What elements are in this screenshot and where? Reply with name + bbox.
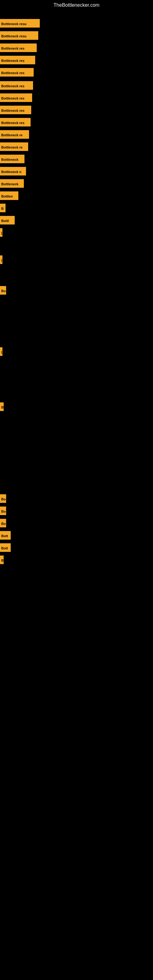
bar-row: Bottleneck n [0,167,26,175]
bar-row: Bo [0,519,6,527]
bar-label: Bottleneck res [0,118,30,126]
bar-label: B [0,402,4,411]
bar-row: B [0,204,5,212]
bar-label: Bottleneck [0,179,24,188]
bar-label: | [0,255,2,264]
bar-label: Bott [0,531,11,539]
bar-row: Bottl [0,216,15,224]
bar-row: Bottleneck resu [0,19,40,27]
bar-label: Bottl [0,216,15,224]
bar-label: Bottleneck [0,155,24,163]
bar-row: Bottleneck res [0,43,37,52]
bar-row: Bottleneck [0,155,24,163]
bar-row: Bottleneck [0,179,24,188]
bar-row: Bottleneck re [0,142,28,151]
bar-label: Bottleneck re [0,142,28,151]
bar-label: Bottleneck res [0,94,32,102]
bar-label: | [0,228,2,237]
bar-row: Bott [0,543,11,552]
bar-row: B [0,555,4,564]
bar-label: Bottleneck re [0,130,29,139]
bar-label: Bo [0,286,6,294]
bar-row: Bo [0,506,6,515]
bar-label: | [0,347,2,356]
bar-label: Bottleneck res [0,56,35,64]
bar-label: Bo [0,519,6,527]
bar-row: Bottleneck res [0,118,30,126]
bar-row: | [0,255,2,264]
bar-label: Bottleneck res [0,43,37,52]
bar-label: Bott [0,543,11,552]
bar-label: Bottleneck res [0,68,33,76]
bar-label: Bo [0,494,6,503]
bar-row: Bottleneck res [0,106,31,114]
bar-row: Bottlen [0,191,18,200]
bar-row: Bottleneck res [0,81,33,90]
bar-row: Bo [0,494,6,503]
bar-label: Bottlen [0,191,18,200]
bar-row: Bottleneck res [0,68,33,76]
bar-label: B [0,204,5,212]
bar-row: B [0,402,4,411]
bar-row: Bo [0,286,6,294]
bar-label: Bottleneck resu [0,19,40,27]
bar-label: Bo [0,506,6,515]
site-title: TheBottlenecker.com [0,0,153,10]
bar-row: Bott [0,531,11,539]
bar-row: Bottleneck res [0,56,35,64]
bar-label: B [0,555,4,564]
bar-label: Bottleneck res [0,106,31,114]
bar-label: Bottleneck res [0,81,33,90]
bar-row: | [0,228,2,237]
bar-label: Bottleneck n [0,167,26,175]
bar-label: Bottleneck resu [0,31,38,40]
bar-row: Bottleneck res [0,94,32,102]
bar-row: | [0,347,2,356]
bar-row: Bottleneck resu [0,31,38,40]
bar-row: Bottleneck re [0,130,29,139]
